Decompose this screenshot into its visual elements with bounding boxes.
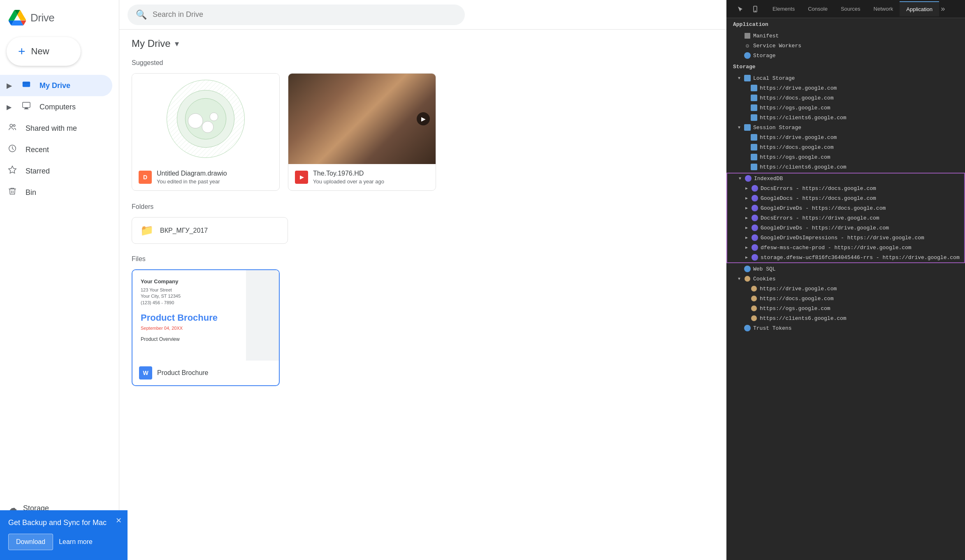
my-drive-icon	[21, 80, 32, 91]
logo-area: Drive	[0, 4, 119, 31]
tab-network[interactable]: Network	[867, 2, 900, 16]
idb-googledocs-icon	[751, 194, 759, 202]
sidebar-item-recent[interactable]: Recent	[0, 139, 112, 160]
idb-dfesw-label: dfesw-mss-cache-prod - https://drive.goo…	[761, 245, 912, 251]
devtools-mobile-icon[interactable]	[749, 2, 762, 16]
storage-tree-item[interactable]: Storage	[726, 51, 965, 60]
new-button[interactable]: + New	[7, 37, 81, 66]
cookies-item[interactable]: ▼ Cookies	[726, 274, 965, 284]
sidebar-item-starred[interactable]: Starred	[0, 160, 112, 182]
session-storage-item[interactable]: ▼ Session Storage	[726, 123, 965, 132]
ls-docs-item[interactable]: https://docs.google.com	[726, 93, 965, 103]
files-section-label: Files	[132, 255, 714, 263]
product-card-info: W Product Brochure	[132, 361, 279, 385]
ls-clients6-item[interactable]: https://clients6.google.com	[726, 113, 965, 123]
ls-clients6-label: https://clients6.google.com	[760, 115, 847, 121]
trust-tokens-item[interactable]: Trust Tokens	[726, 323, 965, 333]
idb-storage-dfesw-icon	[751, 254, 759, 261]
svg-point-16	[755, 11, 755, 11]
idb-docserrors-drive-item[interactable]: ▶ DocsErrors - https://drive.google.com	[727, 213, 964, 223]
local-storage-item[interactable]: ▼ Local Storage	[726, 73, 965, 83]
download-button[interactable]: Download	[8, 534, 53, 550]
devtools-panel: Elements Console Sources Network Applica…	[726, 0, 965, 560]
service-workers-tree-item[interactable]: ⚙ Service Workers	[726, 41, 965, 51]
search-input[interactable]	[153, 10, 457, 19]
ls-clients6-icon	[750, 114, 758, 121]
idb-googledrives-docs-label: GoogleDriveDs - https://docs.google.com	[761, 205, 886, 211]
sidebar-item-computers[interactable]: ▶ Computers	[0, 96, 112, 118]
idb-dfesw-item[interactable]: ▶ dfesw-mss-cache-prod - https://drive.g…	[727, 243, 964, 252]
ss-clients6-item[interactable]: https://clients6.google.com	[726, 162, 965, 172]
indexeddb-item[interactable]: ▼ IndexedDB	[727, 174, 964, 183]
trust-tokens-icon	[744, 324, 751, 332]
tab-elements[interactable]: Elements	[766, 2, 801, 16]
svg-point-13	[202, 121, 213, 133]
devtools-more-tabs-icon[interactable]: »	[941, 5, 945, 13]
tab-console[interactable]: Console	[801, 2, 834, 16]
top-bar: 🔍	[119, 0, 726, 30]
tab-application[interactable]: Application	[900, 1, 939, 16]
idb-docserrors-docs-item[interactable]: ▶ DocsErrors - https://docs.google.com	[727, 183, 964, 193]
devtools-cursor-icon[interactable]	[734, 2, 747, 16]
ss-drive-item[interactable]: https://drive.google.com	[726, 132, 965, 142]
ss-docs-label: https://docs.google.com	[760, 144, 833, 150]
my-drive-dropdown-button[interactable]: ▾	[175, 39, 179, 49]
banner-close-button[interactable]: ✕	[116, 516, 122, 525]
websql-item[interactable]: Web SQL	[726, 264, 965, 274]
c-drive-item[interactable]: https://drive.google.com	[726, 284, 965, 294]
storage-tree-icon	[744, 52, 751, 59]
search-bar[interactable]: 🔍	[128, 5, 465, 25]
trust-tokens-arrow	[738, 326, 744, 331]
c-clients6-item[interactable]: https://clients6.google.com	[726, 313, 965, 323]
sidebar-item-shared[interactable]: Shared with me	[0, 118, 112, 139]
diagram-preview	[132, 74, 279, 164]
movie-file-name: The.Toy.1976.HD	[313, 170, 384, 177]
manifest-icon	[744, 32, 751, 39]
file-card-movie[interactable]: ▶ ▶ The.Toy.1976.HD You uploaded over a …	[288, 73, 436, 191]
ls-ogs-item[interactable]: https://ogs.google.com	[726, 103, 965, 113]
banner-title: Get Backup and Sync for Mac	[8, 518, 119, 527]
movie-preview: ▶	[288, 74, 436, 164]
idb-googledrives-drive-item[interactable]: ▶ GoogleDriveDs - https://drive.google.c…	[727, 223, 964, 233]
idb-googledocs-item[interactable]: ▶ GoogleDocs - https://docs.google.com	[727, 193, 964, 203]
idb-googledrives-docs-item[interactable]: ▶ GoogleDriveDs - https://docs.google.co…	[727, 203, 964, 213]
file-card-diagram[interactable]: D Untitled Diagram.drawio You edited in …	[132, 73, 280, 191]
idb-storage-dfesw-item[interactable]: ▶ storage.dfesw-ucf816fc364045446-rrs - …	[727, 252, 964, 262]
c-ogs-icon	[750, 305, 758, 312]
manifest-arrow	[738, 34, 744, 38]
banner-actions: Download Learn more	[8, 534, 119, 550]
movie-file-meta: You uploaded over a year ago	[313, 178, 384, 185]
manifest-tree-item[interactable]: Manifest	[726, 31, 965, 41]
docs-icon: W	[139, 366, 152, 380]
c-ogs-item[interactable]: https://ogs.google.com	[726, 303, 965, 313]
ss-drive-label: https://drive.google.com	[760, 134, 837, 141]
folders-section: Folders 📁 ВКР_МГУ_2017	[132, 203, 714, 244]
plus-icon: +	[18, 45, 26, 58]
computers-icon	[21, 101, 32, 113]
computers-label: Computers	[39, 103, 76, 111]
ss-arrow: ▼	[738, 125, 744, 130]
suggested-section-label: Suggested	[132, 59, 714, 67]
session-storage-label: Session Storage	[753, 125, 801, 131]
my-drive-label: My Drive	[39, 81, 70, 90]
ss-docs-item[interactable]: https://docs.google.com	[726, 142, 965, 152]
svg-rect-3	[25, 108, 28, 109]
manifest-label: Manifest	[753, 33, 779, 39]
notification-banner: ✕ Get Backup and Sync for Mac Download L…	[0, 510, 128, 560]
sidebar-item-bin[interactable]: Bin	[0, 182, 112, 203]
main-content: 🔍 My Drive ▾ Suggested	[119, 0, 726, 560]
idb-impressions-item[interactable]: ▶ GoogleDriveDsImpressions - https://dri…	[727, 233, 964, 243]
svg-point-5	[10, 124, 12, 127]
c-clients6-icon	[750, 315, 758, 322]
c-docs-item[interactable]: https://docs.google.com	[726, 294, 965, 303]
ls-drive-item[interactable]: https://drive.google.com	[726, 83, 965, 93]
ss-ogs-item[interactable]: https://ogs.google.com	[726, 152, 965, 162]
cookies-arrow: ▼	[738, 277, 744, 281]
idb-docserrors-drive-icon	[751, 214, 759, 222]
sidebar-item-my-drive[interactable]: ▶ My Drive	[0, 75, 112, 96]
file-card-product-brochure[interactable]: Your Company 123 Your StreetYour City, S…	[132, 269, 280, 386]
learn-more-button[interactable]: Learn more	[59, 534, 93, 550]
svg-rect-0	[23, 82, 30, 87]
tab-sources[interactable]: Sources	[834, 2, 867, 16]
folder-card-bkr[interactable]: 📁 ВКР_МГУ_2017	[132, 217, 288, 244]
